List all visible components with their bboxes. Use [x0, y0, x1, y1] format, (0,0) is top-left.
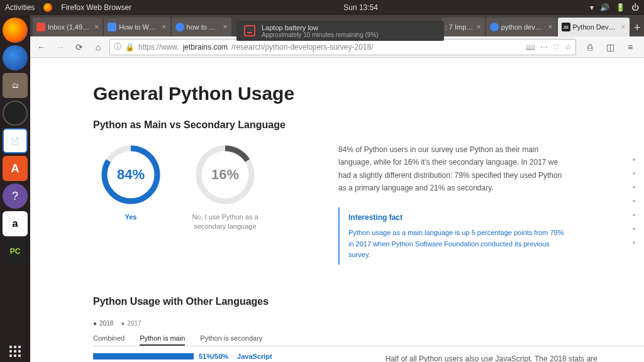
section-heading: Python as Main vs Secondary Language	[93, 119, 644, 131]
section-blurb: 84% of Python users in our survey use Py…	[338, 143, 565, 195]
reader-mode-icon[interactable]: 📖	[526, 43, 535, 52]
launcher-thunderbird[interactable]	[3, 45, 28, 70]
browser-tab[interactable]: Inbox (1,499) - i16…×	[33, 18, 103, 36]
battery-low-notification[interactable]: Laptop battery low Approximately 10 minu…	[236, 21, 444, 41]
close-tab-icon[interactable]: ×	[223, 23, 228, 31]
network-icon[interactable]: ▾	[590, 3, 594, 12]
page-content: General Python Usage Python as Main vs S…	[30, 58, 644, 362]
url-bar[interactable]: ⓘ 🔒 https://www.jetbrains.com/research/p…	[109, 39, 576, 55]
url-host: jetbrains.com	[183, 43, 228, 52]
back-button[interactable]: ←	[34, 40, 49, 55]
tab-title: : 7 Importa…	[445, 23, 474, 31]
favicon-icon	[36, 23, 45, 31]
tab-title: How to Work Wit…	[119, 23, 159, 31]
browser-tab-active[interactable]: JBPython Developers…×	[558, 18, 630, 36]
pocket-icon[interactable]: ♡	[553, 43, 560, 52]
home-button[interactable]: ⌂	[91, 40, 106, 55]
tab-title: how to Work Wil	[187, 23, 221, 31]
launcher-files[interactable]: 🗂	[3, 73, 28, 98]
fact-body: Python usage as a main language is up 5 …	[348, 228, 565, 261]
donut-label: Yes	[125, 212, 137, 222]
firefox-window: Inbox (1,499) - i16…× How to Work Wit…× …	[30, 15, 644, 362]
tab-title: Python Developers…	[573, 23, 619, 31]
launcher-pycharm[interactable]: PC	[3, 239, 28, 264]
volume-icon[interactable]: 🔊	[600, 3, 609, 12]
section-heading: Python Usage with Other Languages	[93, 296, 644, 307]
browser-tab[interactable]: how to Work Wil×	[172, 18, 231, 36]
close-tab-icon[interactable]: ×	[94, 23, 99, 31]
donut-chart-yes: 84% Yes	[93, 143, 169, 265]
battery-icon[interactable]: 🔋	[616, 3, 625, 12]
chart-tab[interactable]: Python is secondary	[200, 334, 262, 346]
bar-fill	[93, 353, 194, 359]
battery-low-icon	[244, 25, 255, 36]
donut-percent: 16%	[194, 143, 257, 206]
close-tab-icon[interactable]: ×	[162, 23, 167, 31]
page-actions-icon[interactable]: ⋯	[540, 43, 548, 52]
bookmark-star-icon[interactable]: ☆	[565, 43, 572, 52]
launcher-obs[interactable]	[3, 101, 28, 126]
lock-icon: 🔒	[125, 43, 135, 52]
interesting-fact-box: Interesting fact Python usage as a main …	[338, 207, 565, 265]
donut-percent: 84%	[99, 143, 162, 206]
forward-button[interactable]: →	[53, 40, 68, 55]
section-blurb: Half of all Python users also use JavaSc…	[386, 353, 612, 362]
favicon-icon	[490, 23, 499, 31]
fact-title: Interesting fact	[348, 211, 565, 224]
menu-icon[interactable]: ≡	[623, 40, 638, 55]
favicon-icon: JB	[562, 23, 570, 31]
browser-tab[interactable]: : 7 Importa…×	[441, 18, 485, 36]
tab-title: Inbox (1,499) - i16…	[48, 23, 92, 31]
launcher-libreoffice-writer[interactable]: 📄	[3, 128, 28, 153]
chart-tabs: Combined Python is main Python is second…	[93, 334, 644, 346]
section-nav-dots[interactable]	[633, 158, 635, 244]
launcher-amazon[interactable]: a	[3, 211, 28, 236]
page-heading: General Python Usage	[93, 83, 644, 104]
chart-tab[interactable]: Combined	[93, 334, 125, 346]
notification-subtitle: Approximately 10 minutes remaining (9%)	[262, 31, 379, 38]
current-app-label: Firefox Web Browser	[61, 3, 131, 12]
favicon-icon	[108, 23, 116, 31]
close-tab-icon[interactable]: ×	[548, 23, 553, 31]
launcher-firefox[interactable]	[3, 18, 28, 43]
show-applications-button[interactable]	[9, 346, 21, 357]
bar-language: JavaScript	[237, 353, 272, 360]
donut-label: No, I use Python as a secondary language	[187, 212, 263, 232]
launcher-help[interactable]: ?	[3, 184, 28, 209]
chart-tab-selected[interactable]: Python is main	[140, 334, 185, 346]
site-info-icon[interactable]: ⓘ	[114, 41, 121, 52]
donut-chart-no: 16% No, I use Python as a secondary lang…	[187, 143, 263, 265]
sidebar-icon[interactable]: ◫	[602, 40, 618, 55]
bar-value: 51%/50%	[199, 353, 228, 360]
url-path: /research/python-developers-survey-2018/	[231, 43, 373, 52]
power-icon[interactable]: ⏻	[631, 3, 639, 12]
legend: 2018 2017	[93, 320, 644, 327]
library-icon[interactable]: ⎙	[582, 40, 597, 55]
close-tab-icon[interactable]: ×	[477, 23, 481, 31]
legend-item: 2017	[121, 320, 141, 327]
clock[interactable]: Sun 13:54	[131, 3, 590, 12]
new-tab-button[interactable]: +	[631, 19, 644, 36]
close-tab-icon[interactable]: ×	[621, 23, 626, 31]
reload-button[interactable]: ⟳	[72, 40, 87, 55]
firefox-indicator-icon	[43, 3, 52, 12]
gnome-top-bar: Activities Firefox Web Browser Sun 13:54…	[0, 0, 644, 15]
launcher-ubuntu-software[interactable]: A	[3, 156, 28, 181]
activities-button[interactable]: Activities	[5, 3, 35, 12]
favicon-icon	[175, 23, 184, 31]
tab-title: python developme…	[501, 23, 546, 31]
ubuntu-launcher: 🗂 📄 A ? a PC	[0, 15, 30, 362]
browser-tab[interactable]: How to Work Wit…×	[104, 18, 170, 36]
legend-item: 2018	[93, 320, 113, 327]
bar-row: 51%/50% JavaScript	[93, 353, 272, 360]
notification-title: Laptop battery low	[262, 24, 379, 31]
browser-tab[interactable]: python developme…×	[486, 18, 557, 36]
url-prefix: https://www.	[138, 43, 179, 52]
